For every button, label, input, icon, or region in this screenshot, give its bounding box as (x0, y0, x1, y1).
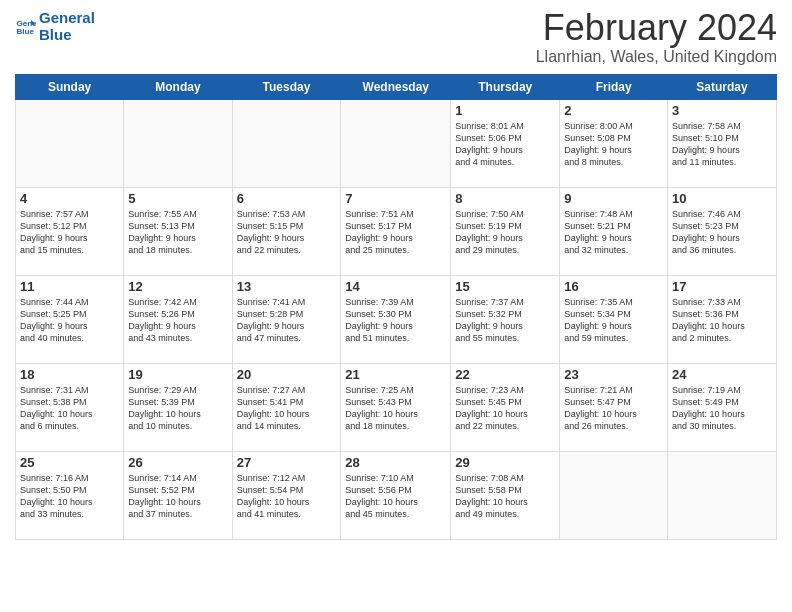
weekday-header-row: SundayMondayTuesdayWednesdayThursdayFrid… (16, 75, 777, 100)
week-row-4: 25Sunrise: 7:16 AM Sunset: 5:50 PM Dayli… (16, 452, 777, 540)
day-info: Sunrise: 7:31 AM Sunset: 5:38 PM Dayligh… (20, 384, 119, 433)
day-number: 14 (345, 279, 446, 294)
day-info: Sunrise: 7:29 AM Sunset: 5:39 PM Dayligh… (128, 384, 227, 433)
day-info: Sunrise: 7:37 AM Sunset: 5:32 PM Dayligh… (455, 296, 555, 345)
calendar-table: SundayMondayTuesdayWednesdayThursdayFrid… (15, 74, 777, 540)
calendar-cell (668, 452, 777, 540)
calendar-cell (16, 100, 124, 188)
weekday-header-sunday: Sunday (16, 75, 124, 100)
calendar-cell: 14Sunrise: 7:39 AM Sunset: 5:30 PM Dayli… (341, 276, 451, 364)
calendar-cell: 28Sunrise: 7:10 AM Sunset: 5:56 PM Dayli… (341, 452, 451, 540)
header: General Blue General Blue February 2024 … (15, 10, 777, 66)
calendar-cell: 6Sunrise: 7:53 AM Sunset: 5:15 PM Daylig… (232, 188, 341, 276)
weekday-header-monday: Monday (124, 75, 232, 100)
day-number: 24 (672, 367, 772, 382)
day-info: Sunrise: 7:44 AM Sunset: 5:25 PM Dayligh… (20, 296, 119, 345)
day-number: 15 (455, 279, 555, 294)
day-info: Sunrise: 7:19 AM Sunset: 5:49 PM Dayligh… (672, 384, 772, 433)
day-number: 26 (128, 455, 227, 470)
calendar-cell: 15Sunrise: 7:37 AM Sunset: 5:32 PM Dayli… (451, 276, 560, 364)
day-info: Sunrise: 7:46 AM Sunset: 5:23 PM Dayligh… (672, 208, 772, 257)
day-number: 19 (128, 367, 227, 382)
day-number: 29 (455, 455, 555, 470)
day-info: Sunrise: 7:33 AM Sunset: 5:36 PM Dayligh… (672, 296, 772, 345)
week-row-0: 1Sunrise: 8:01 AM Sunset: 5:06 PM Daylig… (16, 100, 777, 188)
calendar-cell: 10Sunrise: 7:46 AM Sunset: 5:23 PM Dayli… (668, 188, 777, 276)
day-info: Sunrise: 7:53 AM Sunset: 5:15 PM Dayligh… (237, 208, 337, 257)
day-number: 7 (345, 191, 446, 206)
day-number: 2 (564, 103, 663, 118)
weekday-header-wednesday: Wednesday (341, 75, 451, 100)
calendar-cell: 25Sunrise: 7:16 AM Sunset: 5:50 PM Dayli… (16, 452, 124, 540)
day-number: 11 (20, 279, 119, 294)
logo-general: General (39, 10, 95, 27)
week-row-2: 11Sunrise: 7:44 AM Sunset: 5:25 PM Dayli… (16, 276, 777, 364)
calendar-cell: 24Sunrise: 7:19 AM Sunset: 5:49 PM Dayli… (668, 364, 777, 452)
calendar-cell: 17Sunrise: 7:33 AM Sunset: 5:36 PM Dayli… (668, 276, 777, 364)
day-info: Sunrise: 7:41 AM Sunset: 5:28 PM Dayligh… (237, 296, 337, 345)
month-year: February 2024 (536, 10, 777, 46)
logo: General Blue General Blue (15, 10, 95, 43)
day-info: Sunrise: 7:55 AM Sunset: 5:13 PM Dayligh… (128, 208, 227, 257)
calendar-cell: 7Sunrise: 7:51 AM Sunset: 5:17 PM Daylig… (341, 188, 451, 276)
day-number: 13 (237, 279, 337, 294)
calendar-cell: 18Sunrise: 7:31 AM Sunset: 5:38 PM Dayli… (16, 364, 124, 452)
day-info: Sunrise: 7:21 AM Sunset: 5:47 PM Dayligh… (564, 384, 663, 433)
weekday-header-friday: Friday (560, 75, 668, 100)
day-number: 5 (128, 191, 227, 206)
day-info: Sunrise: 7:39 AM Sunset: 5:30 PM Dayligh… (345, 296, 446, 345)
calendar-cell: 5Sunrise: 7:55 AM Sunset: 5:13 PM Daylig… (124, 188, 232, 276)
day-info: Sunrise: 7:51 AM Sunset: 5:17 PM Dayligh… (345, 208, 446, 257)
calendar-cell (232, 100, 341, 188)
calendar-cell: 8Sunrise: 7:50 AM Sunset: 5:19 PM Daylig… (451, 188, 560, 276)
day-info: Sunrise: 7:08 AM Sunset: 5:58 PM Dayligh… (455, 472, 555, 521)
logo-blue: Blue (39, 27, 95, 44)
day-info: Sunrise: 7:12 AM Sunset: 5:54 PM Dayligh… (237, 472, 337, 521)
day-number: 17 (672, 279, 772, 294)
day-number: 23 (564, 367, 663, 382)
page: General Blue General Blue February 2024 … (0, 0, 792, 612)
day-number: 18 (20, 367, 119, 382)
svg-text:Blue: Blue (16, 27, 34, 36)
calendar-cell: 4Sunrise: 7:57 AM Sunset: 5:12 PM Daylig… (16, 188, 124, 276)
calendar-cell: 12Sunrise: 7:42 AM Sunset: 5:26 PM Dayli… (124, 276, 232, 364)
day-number: 20 (237, 367, 337, 382)
day-number: 12 (128, 279, 227, 294)
day-number: 10 (672, 191, 772, 206)
day-number: 21 (345, 367, 446, 382)
weekday-header-saturday: Saturday (668, 75, 777, 100)
day-number: 27 (237, 455, 337, 470)
calendar-cell: 23Sunrise: 7:21 AM Sunset: 5:47 PM Dayli… (560, 364, 668, 452)
calendar-cell: 16Sunrise: 7:35 AM Sunset: 5:34 PM Dayli… (560, 276, 668, 364)
calendar-cell: 19Sunrise: 7:29 AM Sunset: 5:39 PM Dayli… (124, 364, 232, 452)
logo-icon: General Blue (15, 16, 37, 38)
weekday-header-thursday: Thursday (451, 75, 560, 100)
day-number: 3 (672, 103, 772, 118)
day-number: 4 (20, 191, 119, 206)
day-info: Sunrise: 7:27 AM Sunset: 5:41 PM Dayligh… (237, 384, 337, 433)
day-info: Sunrise: 7:10 AM Sunset: 5:56 PM Dayligh… (345, 472, 446, 521)
calendar-cell (560, 452, 668, 540)
day-info: Sunrise: 7:57 AM Sunset: 5:12 PM Dayligh… (20, 208, 119, 257)
day-info: Sunrise: 7:14 AM Sunset: 5:52 PM Dayligh… (128, 472, 227, 521)
day-info: Sunrise: 7:42 AM Sunset: 5:26 PM Dayligh… (128, 296, 227, 345)
calendar-cell: 1Sunrise: 8:01 AM Sunset: 5:06 PM Daylig… (451, 100, 560, 188)
day-number: 6 (237, 191, 337, 206)
day-info: Sunrise: 7:23 AM Sunset: 5:45 PM Dayligh… (455, 384, 555, 433)
calendar-cell: 26Sunrise: 7:14 AM Sunset: 5:52 PM Dayli… (124, 452, 232, 540)
calendar-cell: 11Sunrise: 7:44 AM Sunset: 5:25 PM Dayli… (16, 276, 124, 364)
calendar-cell: 20Sunrise: 7:27 AM Sunset: 5:41 PM Dayli… (232, 364, 341, 452)
calendar-cell: 22Sunrise: 7:23 AM Sunset: 5:45 PM Dayli… (451, 364, 560, 452)
week-row-3: 18Sunrise: 7:31 AM Sunset: 5:38 PM Dayli… (16, 364, 777, 452)
day-info: Sunrise: 7:25 AM Sunset: 5:43 PM Dayligh… (345, 384, 446, 433)
week-row-1: 4Sunrise: 7:57 AM Sunset: 5:12 PM Daylig… (16, 188, 777, 276)
calendar-cell: 29Sunrise: 7:08 AM Sunset: 5:58 PM Dayli… (451, 452, 560, 540)
day-number: 22 (455, 367, 555, 382)
calendar-cell: 9Sunrise: 7:48 AM Sunset: 5:21 PM Daylig… (560, 188, 668, 276)
location: Llanrhian, Wales, United Kingdom (536, 48, 777, 66)
calendar-cell: 3Sunrise: 7:58 AM Sunset: 5:10 PM Daylig… (668, 100, 777, 188)
weekday-header-tuesday: Tuesday (232, 75, 341, 100)
calendar-cell: 2Sunrise: 8:00 AM Sunset: 5:08 PM Daylig… (560, 100, 668, 188)
calendar-cell (341, 100, 451, 188)
day-info: Sunrise: 7:58 AM Sunset: 5:10 PM Dayligh… (672, 120, 772, 169)
